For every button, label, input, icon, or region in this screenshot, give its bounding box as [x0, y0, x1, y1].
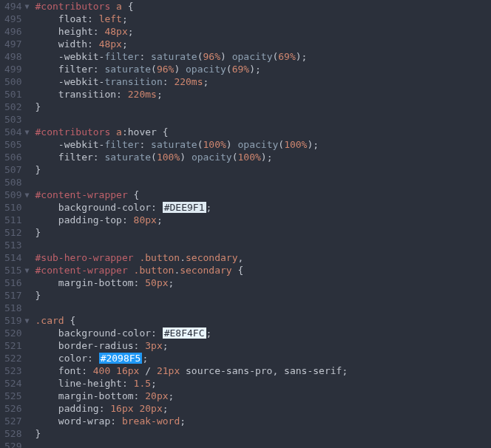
- code-line: border-radius: 3px;: [35, 339, 491, 352]
- code-line: word-wrap: break-word;: [35, 415, 491, 427]
- code-editor: 494▼495 496 497 498 499 500 501 502 503 …: [0, 0, 491, 448]
- code-line: height: 48px;: [35, 25, 491, 38]
- code-line: #contributors a:hover {: [35, 126, 491, 138]
- line-number: 516: [4, 276, 30, 289]
- line-number: 502: [4, 101, 30, 113]
- code-line: -webkit-filter: saturate(100%) opacity(1…: [35, 138, 491, 151]
- line-number: 499: [4, 63, 30, 75]
- code-line: [35, 239, 491, 251]
- code-line: #content-wrapper .button.secondary {: [35, 264, 491, 276]
- line-number: 523: [4, 364, 30, 377]
- line-number: 510: [4, 201, 30, 214]
- code-line: font: 400 16px / 21px source-sans-pro, s…: [35, 364, 491, 377]
- code-line: -webkit-filter: saturate(96%) opacity(69…: [35, 50, 491, 63]
- code-line: transition: 220ms;: [35, 88, 491, 101]
- line-number: 500: [4, 75, 30, 88]
- line-number: 497: [4, 38, 30, 50]
- code-line: }: [35, 226, 491, 239]
- line-number: 498: [4, 50, 30, 63]
- line-number: 504▼: [4, 126, 30, 138]
- line-number: 512: [4, 226, 30, 239]
- code-line: }: [35, 289, 491, 302]
- code-line: margin-bottom: 50px;: [35, 276, 491, 289]
- line-number: 494▼: [4, 0, 30, 13]
- line-number: 507: [4, 163, 30, 176]
- line-number: 508: [4, 176, 30, 189]
- fold-toggle-icon[interactable]: ▼: [24, 189, 29, 201]
- fold-toggle-icon[interactable]: ▼: [24, 126, 29, 138]
- line-number: 511: [4, 214, 30, 226]
- line-number: 513: [4, 239, 30, 251]
- code-line: #sub-hero-wrapper .button.secondary,: [35, 251, 491, 264]
- line-number: 514: [4, 251, 30, 264]
- code-line: padding: 16px 20px;: [35, 402, 491, 415]
- line-number: 521: [4, 339, 30, 352]
- line-number: 518: [4, 302, 30, 314]
- line-number: 519▼: [4, 314, 30, 327]
- code-line: }: [35, 101, 491, 113]
- code-line: }: [35, 427, 491, 440]
- line-number: 524: [4, 377, 30, 390]
- fold-toggle-icon[interactable]: ▼: [24, 314, 29, 327]
- line-number: 528: [4, 427, 30, 440]
- code-line: [35, 113, 491, 126]
- line-number: 525: [4, 390, 30, 402]
- code-line: [35, 176, 491, 189]
- line-number: 517: [4, 289, 30, 302]
- code-line: [35, 302, 491, 314]
- code-line: #contributors a {: [35, 0, 491, 13]
- code-line: filter: saturate(96%) opacity(69%);: [35, 63, 491, 75]
- line-number: 506: [4, 151, 30, 163]
- line-number: 509▼: [4, 189, 30, 201]
- code-line: #content-wrapper {: [35, 189, 491, 201]
- line-number: 520: [4, 327, 30, 339]
- code-content[interactable]: #contributors a { float: left; height: 4…: [34, 0, 491, 448]
- code-line: background-color: #DEE9F1;: [35, 201, 491, 214]
- line-number: 503: [4, 113, 30, 126]
- code-line: line-height: 1.5;: [35, 377, 491, 390]
- code-line: width: 48px;: [35, 38, 491, 50]
- code-line: -webkit-transition: 220ms;: [35, 75, 491, 88]
- code-line: padding-top: 80px;: [35, 214, 491, 226]
- fold-toggle-icon[interactable]: ▼: [24, 264, 29, 276]
- code-line: .card {: [35, 314, 491, 327]
- line-number: 505: [4, 138, 30, 151]
- fold-toggle-icon[interactable]: ▼: [24, 0, 29, 13]
- code-line: float: left;: [35, 13, 491, 25]
- line-number: 495: [4, 13, 30, 25]
- line-number: 496: [4, 25, 30, 38]
- code-line: [35, 440, 491, 448]
- line-number: 522: [4, 352, 30, 364]
- code-line: filter: saturate(100%) opacity(100%);: [35, 151, 491, 163]
- code-line: background-color: #E8F4FC;: [35, 327, 491, 339]
- line-number: 526: [4, 402, 30, 415]
- code-line: }: [35, 163, 491, 176]
- line-number: 515▼: [4, 264, 30, 276]
- line-number-gutter: 494▼495 496 497 498 499 500 501 502 503 …: [0, 0, 34, 448]
- code-line: color: #2098F5;: [35, 352, 491, 364]
- line-number: 527: [4, 415, 30, 427]
- code-line: margin-bottom: 20px;: [35, 390, 491, 402]
- line-number: 529: [4, 440, 30, 448]
- line-number: 501: [4, 88, 30, 101]
